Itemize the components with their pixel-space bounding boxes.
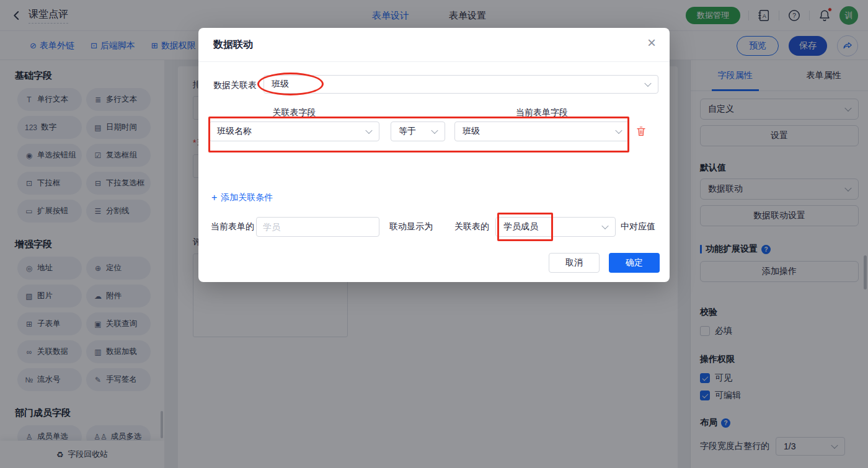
condition-field-value: 班级名称: [217, 126, 252, 137]
related-field-column-header: 关联表字段: [209, 107, 379, 118]
add-condition-link[interactable]: + 添加关联条件: [211, 192, 273, 203]
current-form-prefix-label: 当前表单的: [211, 221, 254, 232]
condition-operator-value: 等于: [399, 126, 416, 137]
form-designer-page: 课堂点评 表单设计 表单设置 数据管理 A ?: [0, 0, 868, 468]
display-field-input[interactable]: [256, 217, 379, 237]
link-table-select[interactable]: 班级: [264, 75, 658, 94]
close-icon[interactable]: ×: [647, 35, 656, 50]
related-field-select[interactable]: 学员成员: [495, 217, 616, 237]
link-table-value: 班级: [272, 79, 289, 90]
linkage-display-label: 联动显示为: [389, 221, 433, 232]
condition-operator-select[interactable]: 等于: [391, 121, 445, 141]
modal-title: 数据联动: [213, 38, 253, 51]
plus-icon: +: [211, 193, 217, 203]
related-field-value: 学员成员: [503, 221, 538, 232]
add-condition-label: 添加关联条件: [221, 192, 273, 203]
link-table-label: 数据关联表: [213, 80, 257, 91]
condition-form-field-value: 班级: [463, 126, 480, 137]
data-linkage-modal: 数据联动 × 数据关联表 班级 关联表字段 当前表单字段 班级名称 等于 班级 …: [198, 28, 670, 282]
condition-form-field-select[interactable]: 班级: [454, 121, 629, 141]
related-table-prefix-label: 关联表的: [454, 221, 489, 232]
current-form-column-header: 当前表单字段: [454, 107, 629, 118]
trash-icon: [636, 126, 646, 137]
delete-condition-button[interactable]: [636, 126, 646, 137]
condition-field-select[interactable]: 班级名称: [209, 121, 379, 141]
confirm-button[interactable]: 确定: [609, 253, 660, 273]
cancel-button[interactable]: 取消: [549, 253, 600, 273]
corresponding-value-label: 中对应值: [621, 221, 655, 232]
